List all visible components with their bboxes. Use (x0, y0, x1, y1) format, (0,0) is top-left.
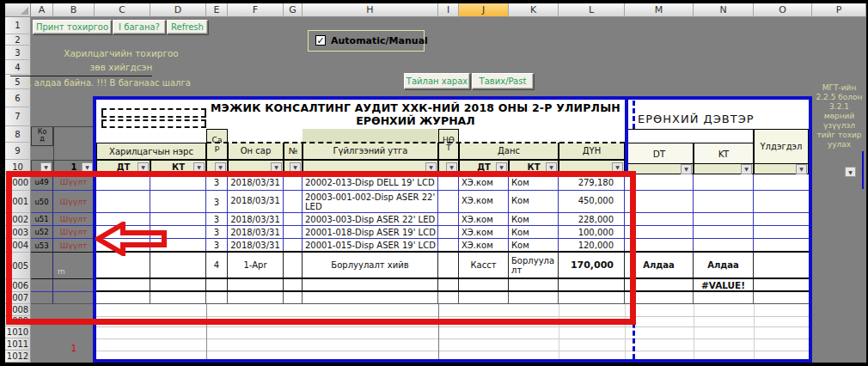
cell-row-flag[interactable]: Шүүлт (53, 213, 95, 226)
cell[interactable] (96, 292, 150, 303)
row-header[interactable]: 1000 (5, 174, 31, 191)
column-header-m[interactable]: M (625, 3, 694, 17)
row-header[interactable]: 4 (5, 60, 31, 75)
cell-ledger-kt[interactable] (694, 174, 754, 190)
cell-amount[interactable]: 279,180 (559, 174, 625, 190)
cell-description[interactable]: 20001-015-Disp ASER 19' LCD (303, 239, 438, 251)
column-header-h[interactable]: H (303, 3, 438, 17)
cell[interactable] (206, 292, 228, 303)
cell[interactable] (228, 292, 284, 303)
column-header-a[interactable]: A (31, 3, 53, 17)
cell-row-flag[interactable]: Шүүлт (53, 191, 95, 213)
cell-ledger-kt[interactable] (694, 226, 754, 238)
cell-number[interactable] (284, 239, 303, 251)
cell-month[interactable]: 3 (206, 174, 228, 190)
filter-account-dt[interactable]: ДТ▼ (459, 160, 509, 174)
cell-ledger-kt-status[interactable]: Алдаа (694, 253, 754, 278)
filter-b[interactable]: 1▼ (53, 160, 95, 174)
column-header-k[interactable]: K (509, 3, 559, 17)
filter-description[interactable]: ▼ (303, 160, 438, 174)
cell-vat[interactable] (438, 213, 459, 225)
cell-vat[interactable] (438, 239, 459, 251)
row-header[interactable]: 1006 (5, 279, 31, 292)
cell[interactable] (754, 292, 809, 303)
filter-ledger-dt[interactable]: ▼ (625, 163, 694, 174)
row-header[interactable]: 1004 (5, 239, 31, 253)
cell-ledger-dt[interactable] (625, 279, 694, 290)
account-header-cell[interactable]: Данс (459, 143, 559, 160)
cell[interactable] (31, 279, 53, 292)
refresh-button[interactable]: Refresh (167, 20, 208, 34)
cell-vat[interactable] (438, 191, 459, 212)
cell-partner-dt[interactable] (96, 253, 150, 278)
cell-amount[interactable]: 450,000 (559, 191, 625, 212)
cell-balance[interactable] (754, 253, 809, 278)
cell-ledger-dt[interactable] (625, 226, 694, 238)
cell-number[interactable] (284, 279, 303, 290)
cell-account-kt[interactable]: Борлуулалт (509, 253, 559, 278)
cell-amount[interactable]: 100,000 (559, 226, 625, 238)
filter-dropdown-icon[interactable]: ▼ (82, 162, 93, 173)
cell-ledger-dt[interactable] (625, 191, 694, 212)
column-header-f[interactable]: F (228, 3, 284, 17)
cell-row-id[interactable] (31, 253, 53, 279)
cell-row-id[interactable]: u50 (31, 191, 53, 213)
cell-row-id[interactable]: u49 (31, 174, 53, 191)
cell-partner-dt[interactable] (96, 279, 150, 290)
cell-month[interactable]: 3 (206, 213, 228, 225)
row-header[interactable]: 1011 (5, 339, 31, 351)
date-header-cell[interactable]: Он сар (228, 143, 284, 160)
cell[interactable] (303, 292, 438, 303)
filter-dropdown-icon[interactable]: ▼ (425, 162, 437, 173)
cell-summary-flag[interactable]: m (53, 253, 95, 279)
row-header[interactable]: 6 (5, 89, 31, 107)
column-header-b[interactable]: B (53, 3, 95, 17)
filter-dropdown-icon[interactable]: ▼ (546, 162, 557, 173)
cell-row-flag[interactable]: Шүүлт (53, 226, 95, 239)
cell-account-kt[interactable]: Ком (509, 191, 559, 212)
cell-partner-kt[interactable] (150, 239, 206, 251)
cell-row-id[interactable]: u51 (31, 213, 53, 226)
row-header[interactable]: 1009 (5, 316, 31, 326)
partner-header-cell[interactable]: Харилцагчын нэрс (96, 143, 206, 160)
filter-account-kt[interactable]: КТ▼ (509, 160, 559, 174)
cell-account-kt[interactable]: Ком (509, 213, 559, 225)
cell-balance[interactable] (754, 239, 809, 251)
cell-amount[interactable] (559, 279, 625, 290)
cell-partner-dt[interactable] (96, 191, 150, 212)
cell-description[interactable]: Борлуулалт хийв (303, 253, 438, 278)
cell-value-error[interactable]: #VALUE! (694, 279, 754, 290)
row-header[interactable]: 1003 (5, 226, 31, 239)
print-settings-button[interactable]: Принт тохиргоо (33, 20, 112, 34)
ledger-dt-header-cell[interactable]: DT (625, 143, 694, 164)
view-report-button[interactable]: Тайлан харах (404, 73, 470, 89)
cell-partner-kt[interactable] (150, 226, 206, 238)
filter-month[interactable]: ▼ (206, 160, 228, 174)
cell-partner-dt[interactable] (96, 226, 150, 238)
cell-ledger-kt[interactable] (694, 213, 754, 225)
cell-ledger-dt-status[interactable]: Алдаа (625, 253, 694, 278)
cell-month[interactable]: 3 (206, 239, 228, 251)
cell-date[interactable] (228, 279, 284, 290)
description-header-cell[interactable]: Гүйлгээний утга (303, 143, 438, 160)
cell-partner-dt[interactable] (96, 174, 150, 190)
column-header-l[interactable]: L (559, 3, 625, 17)
cell-account-dt[interactable]: ХЭ.ком (459, 226, 509, 238)
paste-button[interactable]: Тавих/Past (472, 73, 534, 89)
cell-description[interactable]: 20001-018-Disp ASER 19' LCD (303, 226, 438, 238)
cell-number[interactable] (284, 226, 303, 238)
cell-date[interactable]: 2018/03/31 (228, 226, 284, 238)
cell-account-kt[interactable]: Ком (509, 239, 559, 251)
cell-date[interactable]: 2018/03/31 (228, 239, 284, 251)
filter-dropdown-icon[interactable]: ▼ (612, 162, 623, 173)
filter-dropdown-icon[interactable]: ▼ (271, 162, 282, 173)
cell-ledger-kt[interactable] (694, 191, 754, 212)
cell-account-dt[interactable]: Касст (459, 253, 509, 278)
filter-p-dropdown-icon[interactable]: ▼ (845, 167, 856, 177)
column-header-p[interactable]: P (812, 3, 866, 17)
filter-dropdown-icon[interactable]: ▼ (741, 164, 752, 174)
filter-dropdown-icon[interactable]: ▼ (138, 162, 149, 173)
cell-account-kt[interactable]: Ком (509, 174, 559, 190)
cell-month[interactable]: 4 (206, 253, 228, 278)
filter-dropdown-icon[interactable]: ▼ (496, 162, 507, 173)
